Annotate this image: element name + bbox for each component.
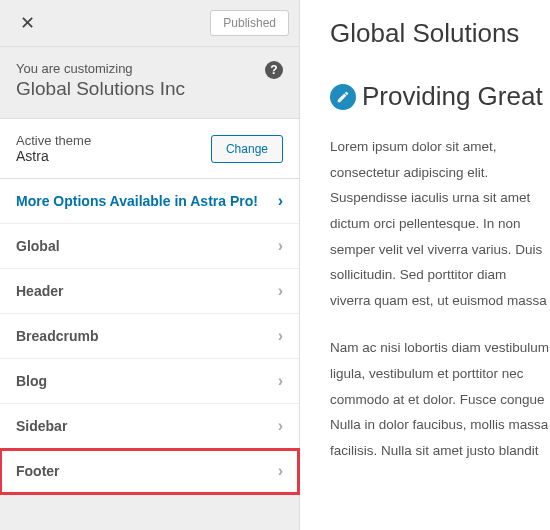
menu-item-label: Breadcrumb <box>16 328 278 344</box>
menu-item-blog[interactable]: Blog › <box>0 359 299 404</box>
site-title: Global Solutions Inc <box>16 78 283 100</box>
active-theme-name: Astra <box>16 148 211 164</box>
chevron-right-icon: › <box>278 282 283 300</box>
menu-item-label: More Options Available in Astra Pro! <box>16 193 278 209</box>
active-theme-block: Active theme Astra Change <box>0 119 299 179</box>
customizing-block: You are customizing Global Solutions Inc… <box>0 47 299 119</box>
preview-paragraph: Nam ac nisi lobortis diam vestibulum lig… <box>330 335 550 463</box>
customizer-sidebar: ✕ Published You are customizing Global S… <box>0 0 300 530</box>
edit-icon[interactable] <box>330 84 356 110</box>
active-theme-label: Active theme <box>16 133 211 148</box>
preview-paragraph: Lorem ipsum dolor sit amet, consectetur … <box>330 134 550 313</box>
customizer-menu: More Options Available in Astra Pro! › G… <box>0 179 299 494</box>
chevron-right-icon: › <box>278 192 283 210</box>
menu-item-label: Header <box>16 283 278 299</box>
preview-heading-row: Providing Great <box>330 81 550 112</box>
menu-item-header[interactable]: Header › <box>0 269 299 314</box>
close-icon[interactable]: ✕ <box>10 6 45 40</box>
top-bar: ✕ Published <box>0 0 299 47</box>
menu-item-label: Blog <box>16 373 278 389</box>
chevron-right-icon: › <box>278 462 283 480</box>
published-button[interactable]: Published <box>210 10 289 36</box>
help-icon[interactable]: ? <box>265 61 283 79</box>
menu-item-footer[interactable]: Footer › <box>0 449 299 494</box>
menu-item-label: Footer <box>16 463 278 479</box>
chevron-right-icon: › <box>278 237 283 255</box>
preview-heading: Providing Great <box>362 81 543 112</box>
preview-pane: Global Solutions Providing Great Lorem i… <box>300 0 550 530</box>
chevron-right-icon: › <box>278 327 283 345</box>
menu-item-sidebar[interactable]: Sidebar › <box>0 404 299 449</box>
menu-item-label: Global <box>16 238 278 254</box>
menu-item-astra-pro[interactable]: More Options Available in Astra Pro! › <box>0 179 299 224</box>
menu-item-global[interactable]: Global › <box>0 224 299 269</box>
customizing-label: You are customizing <box>16 61 283 76</box>
menu-item-label: Sidebar <box>16 418 278 434</box>
preview-site-name: Global Solutions <box>330 18 550 49</box>
menu-item-breadcrumb[interactable]: Breadcrumb › <box>0 314 299 359</box>
chevron-right-icon: › <box>278 417 283 435</box>
change-theme-button[interactable]: Change <box>211 135 283 163</box>
chevron-right-icon: › <box>278 372 283 390</box>
